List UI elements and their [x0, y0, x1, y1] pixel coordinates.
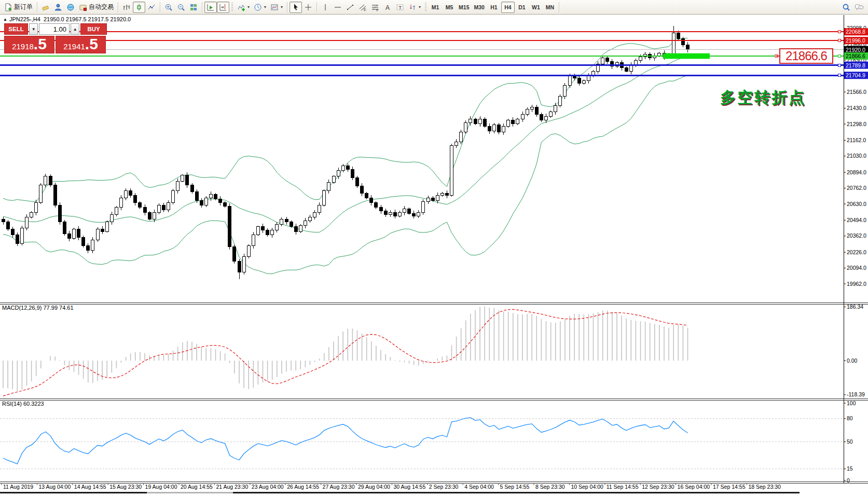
- candle: [6, 220, 9, 231]
- rsi-axis-label: 0: [847, 477, 850, 484]
- candle: [256, 226, 259, 236]
- macd-signal-line: [3, 309, 688, 396]
- bottom-scrollbar[interactable]: [0, 492, 800, 493]
- timeframe-M30[interactable]: M30: [472, 2, 487, 13]
- autoscroll-icon: [206, 3, 215, 11]
- volume-input[interactable]: [39, 23, 70, 35]
- trendline-button[interactable]: [344, 2, 356, 13]
- horizontal-line-button[interactable]: [332, 2, 344, 13]
- signals-button[interactable]: [64, 2, 77, 13]
- candle: [474, 118, 477, 125]
- scrollbar-thumb[interactable]: [147, 492, 233, 493]
- candlesticks: [2, 26, 690, 280]
- volume-decrease-button[interactable]: ▼: [29, 23, 38, 35]
- time-tick-label: 26 Aug 14:55: [287, 484, 319, 490]
- line-anchor-handle[interactable]: [838, 54, 841, 57]
- timeframe-M15[interactable]: M15: [457, 2, 471, 13]
- candle-body: [431, 198, 434, 200]
- zoom-in-button[interactable]: [162, 2, 175, 13]
- chart-canvas[interactable]: 22098.021966.021830.021698.021566.021430…: [0, 0, 868, 495]
- collapse-icon[interactable]: ▲: [3, 17, 7, 22]
- line-chart-button[interactable]: [145, 2, 158, 13]
- text-button[interactable]: A: [381, 2, 394, 13]
- candle: [332, 175, 335, 184]
- timeframe-M5[interactable]: M5: [443, 2, 456, 13]
- candle: [67, 231, 71, 241]
- timeframe-H1[interactable]: H1: [487, 2, 501, 13]
- green-rectangle-object[interactable]: [663, 53, 710, 59]
- candle: [403, 206, 406, 215]
- turning-point-annotation[interactable]: 多空转折点: [720, 87, 806, 108]
- sell-button[interactable]: SELL: [4, 23, 28, 35]
- buy-price-display[interactable]: 21941.5: [56, 36, 106, 53]
- new-order-button[interactable]: 新订单: [2, 2, 35, 13]
- candle-body: [96, 229, 99, 240]
- indicators-button[interactable]: ▾: [235, 2, 252, 13]
- candle-body: [370, 198, 373, 202]
- search-button[interactable]: [840, 2, 852, 13]
- horizontal-lines: [0, 31, 844, 77]
- candle-body: [309, 217, 312, 221]
- horizontal-line-object[interactable]: [0, 64, 844, 66]
- candle-body: [507, 120, 510, 127]
- eraser-button[interactable]: [39, 2, 52, 13]
- signal-orb-icon: [66, 3, 75, 11]
- label-button[interactable]: T: [394, 2, 406, 13]
- price-tick-label: 21298.0: [847, 121, 866, 127]
- channel-button[interactable]: E: [356, 2, 369, 13]
- profile-button[interactable]: [52, 2, 64, 13]
- timeframe-MN[interactable]: MN: [543, 2, 557, 13]
- candle: [597, 61, 600, 74]
- horizontal-line-object[interactable]: [0, 54, 844, 57]
- candle-body: [91, 240, 94, 251]
- horizontal-line-object[interactable]: [0, 31, 844, 33]
- price-tick-label: 20362.0: [847, 232, 866, 239]
- candle-body: [49, 176, 52, 185]
- zoom-out-button[interactable]: [175, 2, 187, 13]
- line-anchor-handle[interactable]: [838, 31, 841, 33]
- candle-body: [209, 195, 212, 198]
- horizontal-line-object[interactable]: [0, 74, 844, 77]
- sell-price-pips: .5: [34, 36, 47, 52]
- candlestick-chart-button[interactable]: [133, 2, 145, 13]
- chart-shift-button[interactable]: [217, 2, 229, 13]
- cursor-button[interactable]: [290, 2, 302, 13]
- chart-title: ▲JPN225-,H4 21950.0 21967.5 21917.5 2192…: [3, 16, 131, 22]
- volume-increase-button[interactable]: ▲: [71, 23, 79, 35]
- chat-button[interactable]: [852, 2, 866, 13]
- periods-button[interactable]: ▾: [252, 2, 268, 13]
- candle-body: [242, 256, 245, 272]
- line-anchor-handle[interactable]: [838, 74, 841, 77]
- crosshair-button[interactable]: [302, 2, 314, 13]
- timeframe-M1[interactable]: M1: [429, 2, 442, 13]
- bar-chart-button[interactable]: [120, 2, 133, 13]
- horizontal-line-object[interactable]: [0, 39, 844, 42]
- candle-body: [582, 81, 585, 84]
- templates-button[interactable]: ▾: [268, 2, 285, 13]
- price-callout-box[interactable]: 21866.6: [779, 48, 833, 64]
- time-tick-label: 13 Aug 04:00: [38, 484, 71, 490]
- fibonacci-button[interactable]: F: [369, 2, 381, 13]
- line-anchor-handle[interactable]: [838, 64, 841, 66]
- autoscroll-button[interactable]: [204, 2, 217, 13]
- tile-windows-button[interactable]: [187, 2, 200, 13]
- timeframe-W1[interactable]: W1: [529, 2, 543, 13]
- buy-button[interactable]: BUY: [80, 23, 107, 35]
- candle: [280, 217, 283, 226]
- autotrade-button[interactable]: 自动交易: [77, 2, 116, 13]
- timeframe-H4[interactable]: H4: [501, 2, 515, 13]
- chart-symbol-period: JPN225-,H4: [9, 16, 40, 22]
- time-tick-label: 29 Aug 04:00: [358, 484, 390, 490]
- candle: [271, 228, 274, 238]
- badge-text: 21704.9: [846, 72, 865, 78]
- candle-body: [200, 200, 203, 205]
- price-tick-label: 20630.0: [847, 201, 866, 207]
- candle: [110, 212, 113, 225]
- timeframe-D1[interactable]: D1: [515, 2, 529, 13]
- sell-price-display[interactable]: 21918.5: [4, 36, 54, 53]
- vertical-line-button[interactable]: [319, 2, 332, 13]
- line-anchor-handle[interactable]: [838, 39, 841, 42]
- candle-body: [285, 219, 288, 222]
- arrows-button[interactable]: ▾: [406, 2, 423, 13]
- candle: [422, 199, 425, 215]
